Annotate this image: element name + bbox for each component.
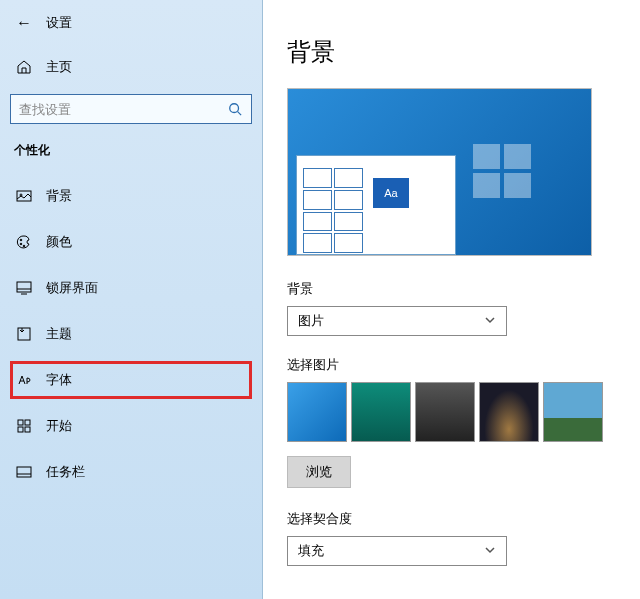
sidebar-item-label: 背景 [46, 187, 72, 205]
background-section-label: 背景 [287, 280, 616, 298]
sidebar-item-label: 任务栏 [46, 463, 85, 481]
palette-icon [16, 234, 32, 250]
picture-thumbnails [287, 382, 616, 442]
sidebar-item-label: 开始 [46, 417, 72, 435]
sidebar-item-label: 颜色 [46, 233, 72, 251]
search-icon [227, 101, 243, 117]
sidebar-item-start[interactable]: 开始 [10, 407, 252, 445]
svg-point-4 [20, 239, 22, 241]
browse-button[interactable]: 浏览 [287, 456, 351, 488]
sidebar-item-themes[interactable]: 主题 [10, 315, 252, 353]
settings-header: ← 设置 [10, 14, 252, 32]
search-box[interactable] [10, 94, 252, 124]
svg-rect-2 [17, 191, 31, 201]
preview-tiles [303, 168, 363, 253]
svg-rect-12 [25, 420, 30, 425]
fit-label: 选择契合度 [287, 510, 616, 528]
svg-rect-14 [25, 427, 30, 432]
chevron-down-icon [484, 314, 496, 329]
picture-icon [16, 188, 32, 204]
settings-title: 设置 [46, 14, 72, 32]
home-link[interactable]: 主页 [10, 54, 252, 80]
taskbar-icon [16, 464, 32, 480]
fit-dropdown[interactable]: 填充 [287, 536, 507, 566]
sidebar-item-label: 字体 [46, 371, 72, 389]
windows-logo-icon [473, 144, 531, 198]
dropdown-value: 填充 [298, 542, 324, 560]
home-icon [16, 59, 32, 75]
category-label: 个性化 [10, 142, 252, 159]
fonts-icon [16, 372, 32, 388]
sidebar-item-label: 主题 [46, 325, 72, 343]
search-input[interactable] [19, 102, 227, 117]
sidebar-item-taskbar[interactable]: 任务栏 [10, 453, 252, 491]
picture-thumb[interactable] [415, 382, 475, 442]
sidebar-item-lockscreen[interactable]: 锁屏界面 [10, 269, 252, 307]
themes-icon [16, 326, 32, 342]
page-title: 背景 [287, 36, 616, 68]
picture-thumb[interactable] [351, 382, 411, 442]
sidebar: ← 设置 主页 个性化 背景 颜色 锁屏界面 主 [0, 0, 263, 599]
lockscreen-icon [16, 280, 32, 296]
sidebar-item-label: 锁屏界面 [46, 279, 98, 297]
home-label: 主页 [46, 58, 72, 76]
svg-line-1 [238, 112, 242, 116]
chevron-down-icon [484, 544, 496, 559]
svg-point-0 [230, 104, 239, 113]
picture-thumb[interactable] [287, 382, 347, 442]
svg-rect-15 [17, 467, 31, 477]
svg-point-6 [23, 245, 25, 247]
background-preview: Aa [287, 88, 592, 256]
picture-thumb[interactable] [543, 382, 603, 442]
main-content: 背景 Aa 背景 图片 选择图片 浏览 选择契合度 填充 [263, 0, 640, 599]
back-icon[interactable]: ← [16, 14, 32, 32]
preview-accent-tile: Aa [373, 178, 409, 208]
dropdown-value: 图片 [298, 312, 324, 330]
preview-window: Aa [296, 155, 456, 255]
start-icon [16, 418, 32, 434]
sidebar-item-background[interactable]: 背景 [10, 177, 252, 215]
svg-rect-10 [18, 328, 30, 340]
sidebar-item-fonts[interactable]: 字体 [10, 361, 252, 399]
background-type-dropdown[interactable]: 图片 [287, 306, 507, 336]
svg-point-5 [20, 243, 22, 245]
svg-rect-7 [17, 282, 31, 292]
picture-thumb[interactable] [479, 382, 539, 442]
svg-rect-11 [18, 420, 23, 425]
svg-rect-13 [18, 427, 23, 432]
sidebar-item-color[interactable]: 颜色 [10, 223, 252, 261]
choose-picture-label: 选择图片 [287, 356, 616, 374]
